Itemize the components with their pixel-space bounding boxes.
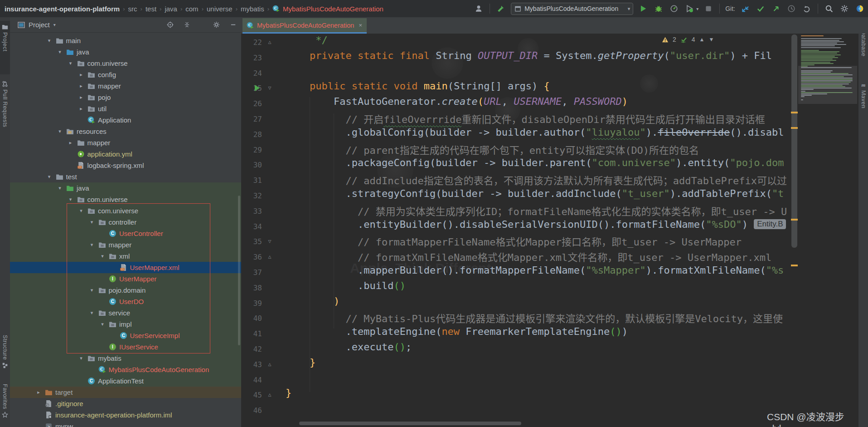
chevron-expanded-icon[interactable]: ▾ — [57, 128, 63, 134]
build-button[interactable] — [495, 3, 506, 14]
tree-row[interactable]: IIUserService — [10, 341, 241, 353]
breadcrumb-item[interactable]: com — [185, 5, 198, 13]
horizontal-scrollbar[interactable] — [299, 422, 521, 425]
minimap-viewport[interactable] — [798, 66, 857, 104]
breadcrumb-item[interactable]: test — [145, 5, 156, 13]
history-button[interactable] — [786, 3, 797, 14]
chevron-collapsed-icon[interactable]: ▸ — [78, 106, 84, 112]
tree-row[interactable]: <>logback-spring.xml — [10, 160, 241, 171]
close-icon[interactable]: × — [359, 22, 362, 29]
next-problem-icon[interactable]: ▼ — [708, 36, 714, 43]
code-area[interactable]: 22▵ */23 private static final String OUT… — [241, 34, 791, 427]
inspection-indicator[interactable]: 2 4 ▲ ▼ — [662, 36, 714, 43]
chevron-collapsed-icon[interactable]: ▸ — [68, 140, 74, 146]
chevron-down-icon[interactable]: ▾ — [53, 22, 56, 27]
breadcrumb-project[interactable]: insurance-agent-operation-platform — [5, 5, 120, 13]
project-scrollbar[interactable] — [238, 196, 240, 345]
chevron-collapsed-icon[interactable]: ▸ — [35, 389, 42, 395]
tree-row[interactable]: ▾com.universe — [10, 194, 241, 205]
chevron-collapsed-icon[interactable]: ▸ — [78, 94, 84, 100]
error-stripe-mark[interactable] — [791, 265, 798, 266]
rollback-button[interactable] — [801, 3, 812, 14]
fold-marker-icon[interactable]: ▵ — [266, 253, 273, 260]
tree-row[interactable]: CApplication — [10, 114, 241, 126]
user-button[interactable] — [473, 3, 484, 14]
git-push-button[interactable] — [771, 3, 781, 14]
run-button[interactable] — [638, 3, 649, 14]
project-panel-title[interactable]: Project — [29, 21, 50, 29]
code-editor[interactable]: Apple. Think Different. 22▵ */23 private… — [241, 34, 858, 427]
fold-marker-icon[interactable]: ▵ — [266, 360, 273, 368]
tree-row[interactable]: IUserMapper — [10, 273, 241, 285]
chevron-expanded-icon[interactable]: ▾ — [68, 196, 74, 202]
chevron-expanded-icon[interactable]: ▾ — [57, 185, 63, 191]
tree-row[interactable]: application.yml — [10, 148, 241, 160]
chevron-expanded-icon[interactable]: ▾ — [68, 60, 74, 66]
tree-row[interactable]: ▾xml — [10, 250, 241, 262]
tree-row[interactable]: insurance-agent-operation-platform.iml — [10, 409, 241, 421]
tree-row[interactable]: ▾resources — [10, 126, 241, 137]
run-gutter-icon[interactable] — [255, 85, 260, 91]
locate-icon[interactable] — [167, 21, 174, 28]
run-configuration-combo[interactable]: MybatisPlusCodeAutoGeneration ▾ — [511, 3, 633, 15]
sidebar-item-structure[interactable]: Structure — [0, 335, 10, 380]
breadcrumb-item[interactable]: mybatis — [241, 5, 264, 13]
tree-row[interactable]: ▸config — [10, 69, 241, 80]
tree-row[interactable]: ▸util — [10, 103, 241, 114]
tree-row[interactable]: ▾com.universe — [10, 205, 241, 216]
tree-row[interactable]: ▾java — [10, 182, 241, 194]
search-button[interactable] — [824, 3, 834, 14]
settings-small-icon[interactable] — [213, 21, 220, 28]
breadcrumb-item[interactable]: universe — [207, 5, 233, 13]
breadcrumb-item[interactable]: src — [128, 5, 137, 13]
tree-row[interactable]: ▾test — [10, 171, 241, 182]
tree-row[interactable]: ▾mapper — [10, 239, 241, 250]
git-update-button[interactable] — [740, 3, 751, 14]
tree-row[interactable]: .gitignore — [10, 398, 241, 409]
debug-button[interactable] — [653, 3, 664, 14]
tree-row[interactable]: ▾java — [10, 46, 241, 58]
error-stripe-mark[interactable] — [791, 219, 798, 221]
tree-row[interactable]: ▾mybatis — [10, 353, 241, 364]
error-stripe-mark[interactable] — [791, 127, 798, 129]
stop-button[interactable] — [703, 3, 714, 14]
fold-marker-icon[interactable]: ▿ — [266, 237, 273, 245]
sidebar-item-maven[interactable]: mMaven — [858, 80, 868, 122]
tree-row[interactable]: CMybatisPlusCodeAutoGeneration — [10, 364, 241, 375]
error-stripe-mark[interactable] — [791, 112, 798, 113]
git-commit-button[interactable] — [755, 3, 766, 14]
tree-row[interactable]: CApplicationTest — [10, 375, 241, 387]
tree-row[interactable]: <>UserMapper.xml — [10, 262, 241, 273]
breadcrumb[interactable]: insurance-agent-operation-platform›src›t… — [0, 5, 383, 13]
chevron-expanded-icon[interactable]: ▾ — [89, 242, 95, 248]
chevron-expanded-icon[interactable]: ▾ — [89, 219, 95, 225]
tree-row[interactable]: CUserServiceImpl — [10, 330, 241, 341]
sidebar-item-pull-requests[interactable]: Pull Requests — [0, 78, 10, 136]
tree-row[interactable]: CUserController — [10, 228, 241, 239]
breadcrumb-file[interactable]: MybatisPlusCodeAutoGeneration — [283, 5, 383, 13]
chevron-expanded-icon[interactable]: ▾ — [46, 174, 53, 180]
tab-mybatispluscodeautogeneration[interactable]: C MybatisPlusCodeAutoGeneration × — [242, 18, 367, 32]
tree-row[interactable]: ▾controller — [10, 216, 241, 228]
vertical-scrollbar[interactable] — [791, 34, 797, 248]
tree-row[interactable]: ▾pojo.domain — [10, 285, 241, 296]
sidebar-item-favorites[interactable]: Favorites — [0, 384, 10, 427]
fold-marker-icon[interactable]: ▵ — [266, 391, 273, 398]
chevron-expanded-icon[interactable]: ▾ — [46, 38, 53, 44]
chevron-expanded-icon[interactable]: ▾ — [99, 321, 106, 327]
tree-row[interactable]: ▸mapper — [10, 137, 241, 148]
chevron-expanded-icon[interactable]: ▾ — [57, 49, 63, 55]
profile-button[interactable] — [669, 3, 679, 14]
chevron-expanded-icon[interactable]: ▾ — [89, 287, 95, 293]
collapse-icon[interactable] — [184, 21, 190, 28]
chevron-collapsed-icon[interactable]: ▸ — [78, 72, 84, 78]
tree-row[interactable]: ▾com.universe — [10, 58, 241, 69]
ide-colored-button[interactable] — [854, 3, 865, 14]
tree-row[interactable]: CUserDO — [10, 296, 241, 307]
chevron-collapsed-icon[interactable]: ▸ — [78, 83, 84, 89]
fold-marker-icon[interactable]: ▿ — [266, 84, 273, 91]
chevron-expanded-icon[interactable]: ▾ — [78, 355, 84, 361]
tree-row[interactable]: >mvnw — [10, 421, 241, 427]
tree-row[interactable]: ▾service — [10, 307, 241, 319]
tree-row[interactable]: ▸mapper — [10, 80, 241, 92]
